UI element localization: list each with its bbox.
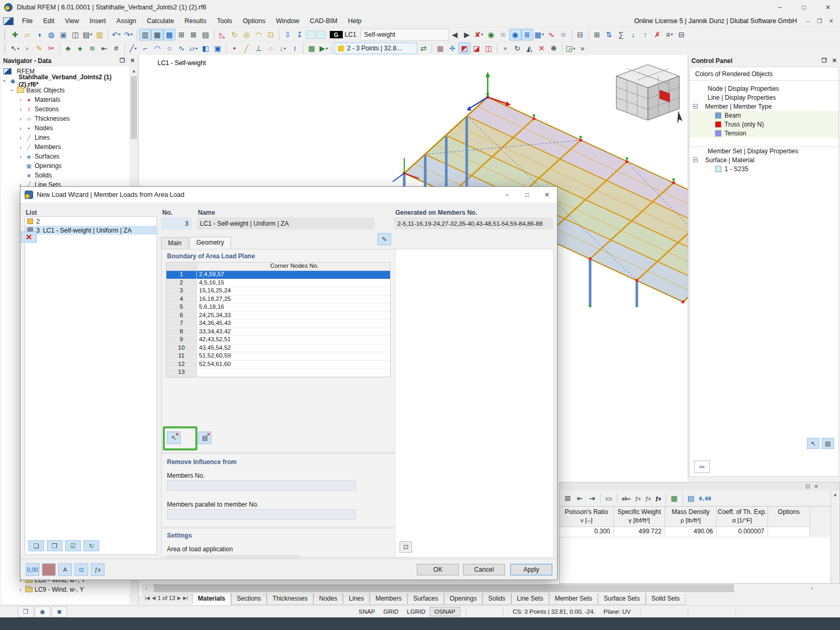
delete-row-icon[interactable]: ⊠ [562,492,574,504]
ok-button[interactable]: OK [417,564,459,575]
sort-desc-icon[interactable]: ↑ [639,29,652,40]
pick-boundary-list-button[interactable]: ▤ ✕ [198,432,212,444]
separator[interactable] [682,493,683,503]
select-arrow-icon[interactable]: ↖ [9,43,21,54]
tree-item[interactable]: › ╱ Members [1,142,129,152]
sheet-tab[interactable]: Solids [482,593,511,605]
new-item-button[interactable]: ❏ [28,540,44,551]
row-nodes[interactable]: 24,25,34,33 [197,312,390,320]
scroll-up-icon[interactable]: ▲ [130,67,138,75]
menu-item[interactable]: Insert [85,15,111,27]
menu-item[interactable]: Options [237,15,270,27]
new-model-icon[interactable]: ✚ [9,29,21,40]
tree-item[interactable]: › ▱ Thicknesses [1,114,129,123]
corner-nodes-row[interactable]: 8 33,34,43,42 [166,328,390,337]
edit-mode-icon[interactable]: ✎ [33,43,45,54]
arc-tool-icon[interactable]: ◠ [253,29,265,40]
cell-value[interactable]: 499.722 [614,527,665,536]
load-new-icon[interactable]: ↓ [277,43,289,54]
dialog-maximize-button[interactable]: □ [517,187,537,203]
cp-surface-type-row[interactable]: 1 - S235 [690,164,838,173]
cp-surface-group[interactable]: Surface | Material [690,155,838,164]
dlubal-sync-icon[interactable]: ◑ [33,29,45,40]
sheet-tab[interactable]: Sections [231,593,267,605]
sheet-tab[interactable]: Lines [343,593,370,605]
corner-nodes-row[interactable]: 4 16,18,27,25 [166,296,390,304]
jump-row-icon[interactable]: ⇥ [586,492,598,504]
menu-restore-button[interactable]: ❐ [814,18,825,25]
cell-value[interactable]: 0.000007 [717,527,768,536]
invert-selection-button[interactable]: ↻ [83,540,99,551]
show-load-values-icon[interactable]: ◉ [485,29,497,40]
collapse-icon[interactable] [693,104,698,109]
grid-settings-icon[interactable]: ▦ [434,43,446,54]
separator[interactable] [214,29,214,40]
show-loads-icon[interactable]: ◉ [509,29,521,40]
chevron-icon[interactable]: › [18,134,23,141]
menu-minimize-button[interactable]: – [802,18,814,25]
panels-toggle-icon[interactable]: ▩ [163,29,175,40]
chevron-icon[interactable]: › [2,78,8,83]
corner-nodes-row[interactable]: 5 5,6,18,16 [166,303,390,312]
sheet-tab[interactable]: Thicknesses [267,593,313,605]
row-nodes[interactable]: 33,34,43,42 [197,328,390,336]
panel-layout-button[interactable]: ≔ [694,460,710,473]
first-page-icon[interactable]: |◀ [145,595,150,601]
corner-nodes-row[interactable]: 9 42,43,52,51 [166,336,390,344]
menu-item[interactable]: CAD-BIM [304,15,343,27]
calculate-icon[interactable]: ▶ [318,43,330,54]
table-view-icon[interactable]: ▤ [200,29,212,40]
mesh-icon[interactable]: ▦ [306,43,318,54]
row-nodes[interactable]: 52,54,61,60 [197,361,390,369]
print-icon[interactable]: ▤ [81,29,93,40]
circle-line-icon[interactable]: ○ [163,43,175,54]
dlubal-network-icon[interactable]: ◍ [45,29,57,40]
corner-nodes-row[interactable]: 11 51,52,60,59 [166,352,390,361]
corner-nodes-row[interactable]: 10 43,45,54,52 [166,344,390,353]
members-parallel-input[interactable] [167,509,356,520]
menu-item[interactable]: Edit [38,15,60,27]
spline-icon[interactable]: ∿ [175,43,187,54]
filter-loads-icon[interactable]: ✘ [473,29,485,40]
tree-item[interactable]: › ● Materials [1,95,129,104]
sheet-tab[interactable]: Solid Sets [646,593,686,605]
fx2-icon[interactable]: ƒx [643,492,653,504]
open-model-icon[interactable]: ▱ [21,29,33,40]
settings-box-icon[interactable]: ❋ [548,43,560,54]
next-page-icon[interactable]: ▶ [177,595,181,601]
scroll-thumb[interactable] [154,584,734,592]
separator[interactable] [497,43,497,54]
tab-geometry[interactable]: Geometry [190,237,231,249]
abc-icon[interactable]: ab= [620,492,633,504]
dialog-minimize-button[interactable]: – [497,187,517,203]
minimize-button[interactable]: – [768,0,792,15]
sort-asc-icon[interactable]: ↓ [627,29,639,40]
more-icon[interactable]: » [576,43,589,54]
separator[interactable] [136,29,137,40]
dialog-title-bar[interactable]: New Load Wizard | Member Loads from Area… [20,187,557,203]
corner-nodes-row[interactable]: 3 15,16,25,24 [166,287,390,296]
row-nodes[interactable]: 2,4,59,57 [197,271,390,279]
menu-item[interactable]: Assign [111,15,142,27]
line-tool-icon[interactable]: ╱ [127,43,139,54]
scroll-left-icon[interactable]: ‹ [142,585,151,591]
copy-item-button[interactable]: ❐ [47,540,62,551]
dialog-close-button[interactable]: ✕ [537,187,557,203]
colors-header[interactable]: Colors of Rendered Objects [690,67,838,81]
visibility-button[interactable]: ◉ [35,606,50,617]
separator[interactable] [572,29,572,40]
camera-button[interactable]: ◙ [51,606,67,617]
toolbar-grip[interactable] [4,44,7,53]
chevron-icon[interactable]: › [9,88,15,93]
display-colors-button[interactable] [42,563,56,576]
separator[interactable] [226,43,226,54]
corner-nodes-row[interactable]: 13 [166,369,390,377]
menu-item[interactable]: Window [270,15,304,27]
menu-item[interactable]: Tools [212,15,237,27]
maximize-button[interactable]: □ [792,0,816,15]
load-list-item[interactable]: 2 [25,217,156,226]
cp-member-type-row[interactable]: Truss (only N) [690,120,838,129]
separator[interactable] [59,43,60,54]
mirror-icon[interactable]: ◭ [523,43,536,54]
rotate-cw-icon[interactable]: ↻ [511,43,523,54]
